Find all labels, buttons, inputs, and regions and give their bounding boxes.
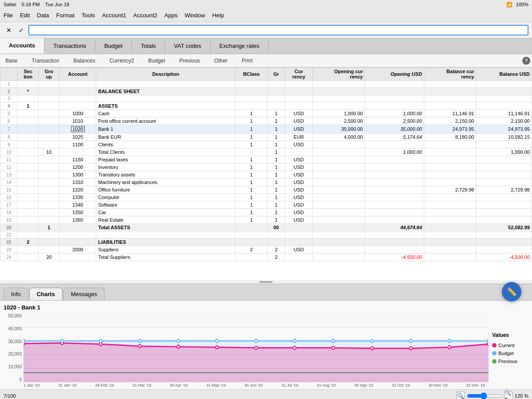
close-btn[interactable]: ✕ bbox=[4, 25, 14, 35]
table-row[interactable]: 61010Post office current account11USD2,5… bbox=[0, 117, 532, 125]
menu-help[interactable]: Help bbox=[212, 12, 224, 19]
edit-fab[interactable]: ✏️ bbox=[502, 282, 521, 301]
subtab-currency2[interactable]: Currency2 bbox=[106, 56, 137, 66]
table-row[interactable]: 181350Car11USD bbox=[0, 209, 532, 216]
cell-section bbox=[18, 194, 39, 201]
cell-opening-cur bbox=[313, 95, 365, 102]
table-row[interactable]: 222LIABILITIES bbox=[0, 239, 532, 246]
cell-gr: 1 bbox=[267, 216, 285, 224]
help-button[interactable]: ? bbox=[522, 57, 530, 65]
cell-section bbox=[18, 141, 39, 149]
tab-exchange-rates[interactable]: Exchange rates bbox=[211, 38, 269, 54]
cell-account bbox=[59, 231, 96, 239]
menu-edit[interactable]: Edit bbox=[20, 12, 30, 19]
zoom-in-btn[interactable]: 🔍+ bbox=[504, 391, 513, 399]
table-row[interactable]: 111150Prepaid taxes11USD bbox=[0, 156, 532, 164]
cell-rownum: 3 bbox=[0, 95, 18, 102]
menu-tools[interactable]: Tools bbox=[82, 12, 95, 19]
cell-opening-usd: 2,500.00 bbox=[365, 117, 424, 125]
table-row[interactable]: 1 bbox=[0, 81, 532, 88]
cell-rownum: 18 bbox=[0, 209, 18, 216]
subtab-base[interactable]: Base bbox=[2, 56, 21, 66]
subtab-balances[interactable]: Balances bbox=[70, 56, 99, 66]
subtab-budget[interactable]: Budget bbox=[145, 56, 168, 66]
cell-account bbox=[59, 81, 96, 88]
cell-bclass: 1 bbox=[235, 179, 268, 186]
table-row[interactable]: 141310Machinery and applicances11USD bbox=[0, 179, 532, 186]
table-row[interactable]: 41ASSETS bbox=[0, 102, 532, 110]
legend-current: Current bbox=[492, 343, 528, 348]
svg-point-11 bbox=[138, 344, 141, 348]
cell-opening-usd: -4,500.00 bbox=[365, 254, 424, 261]
svg-point-31 bbox=[410, 339, 412, 342]
menu-apps[interactable]: Apps bbox=[164, 12, 178, 19]
table-row[interactable]: 3 bbox=[0, 95, 532, 102]
tab-vat-codes[interactable]: VAT codes bbox=[165, 38, 210, 54]
table-row[interactable]: 21 bbox=[0, 231, 532, 239]
zoom-slider[interactable] bbox=[467, 392, 502, 399]
menu-data[interactable]: Data bbox=[37, 12, 49, 19]
cell-gr: 1 bbox=[267, 201, 285, 209]
menu-format[interactable]: Format bbox=[56, 12, 74, 19]
tab-totals[interactable]: Totals bbox=[132, 38, 165, 54]
menu-account1[interactable]: Account1 bbox=[102, 12, 126, 19]
cell-opening-cur bbox=[313, 254, 365, 261]
cell-gr: 1 bbox=[267, 209, 285, 216]
cell-account: 1300 bbox=[59, 171, 96, 179]
tab-messages[interactable]: Messages bbox=[63, 288, 105, 300]
subtab-other[interactable]: Other bbox=[211, 56, 231, 66]
cell-rownum: 12 bbox=[0, 164, 18, 171]
svg-point-14 bbox=[254, 346, 257, 349]
table-row[interactable]: 201Total ASSETS0044,674.6452,582.99 bbox=[0, 224, 532, 231]
cell-desc: Suppliers bbox=[96, 246, 235, 254]
tab-budget[interactable]: Budget bbox=[95, 38, 132, 54]
tab-transactions[interactable]: Transactions bbox=[44, 38, 95, 54]
cell-balance-cur bbox=[424, 194, 476, 201]
cell-desc: Transitory assets bbox=[96, 171, 235, 179]
x-label-sep30: 30 Sep '19 bbox=[354, 383, 373, 387]
tab-charts[interactable]: Charts bbox=[29, 288, 63, 300]
table-row[interactable]: 91100Clients11USD bbox=[0, 141, 532, 149]
cell-opening-usd bbox=[365, 201, 424, 209]
cell-currency bbox=[285, 102, 313, 110]
table-row[interactable]: 51000Cash11USD1,000.001,000.0011,146.911… bbox=[0, 110, 532, 117]
resize-handle[interactable] bbox=[0, 280, 532, 284]
table-row[interactable]: 161330Computer11USD bbox=[0, 194, 532, 201]
table-row[interactable]: 2*BALANCE SHEET bbox=[0, 88, 532, 95]
tab-accounts[interactable]: Accounts bbox=[0, 38, 44, 54]
cell-balance-usd bbox=[476, 246, 532, 254]
menu-window[interactable]: Window bbox=[184, 12, 205, 19]
table-row[interactable]: 1010Total Clients11,000.001,000.00 bbox=[0, 149, 532, 156]
table-row[interactable]: 171340Software11USD bbox=[0, 201, 532, 209]
search-input[interactable]: 1020 bbox=[28, 25, 528, 35]
table-row[interactable]: 131300Transitory assets11USD bbox=[0, 171, 532, 179]
cell-balance-cur bbox=[424, 239, 476, 246]
cell-bclass: 1 bbox=[235, 141, 268, 149]
table-row[interactable]: 232000Suppliers22USD bbox=[0, 246, 532, 254]
check-btn[interactable]: ✓ bbox=[16, 25, 27, 35]
zoom-out-btn[interactable]: 🔍 bbox=[456, 391, 465, 399]
subtab-print[interactable]: Print bbox=[238, 56, 256, 66]
table-row[interactable]: 191360Real Estate11USD bbox=[0, 216, 532, 224]
table-row[interactable]: 2420Total Suppliers2-4,500.00-4,500.00 bbox=[0, 254, 532, 261]
subtab-previous[interactable]: Previous bbox=[176, 56, 203, 66]
cell-currency: USD bbox=[285, 141, 313, 149]
subtab-transaction[interactable]: Transaction bbox=[28, 56, 63, 66]
cell-section: 2 bbox=[18, 239, 39, 246]
svg-point-22 bbox=[61, 339, 63, 342]
menu-account2[interactable]: Account2 bbox=[133, 12, 157, 19]
table-row[interactable]: 81025Bank EUR11EUR4,000.005,174.648,180.… bbox=[0, 133, 532, 141]
cell-desc: Post office current account bbox=[96, 117, 235, 125]
table-row[interactable]: 151320Office furniture11USD2,729.982,729… bbox=[0, 186, 532, 194]
cell-balance-cur: 2,150.00 bbox=[424, 117, 476, 125]
cell-opening-cur bbox=[313, 81, 365, 88]
menu-file[interactable]: File bbox=[4, 12, 13, 19]
cell-bclass bbox=[235, 81, 268, 88]
tab-info[interactable]: Info bbox=[4, 288, 28, 300]
cell-bclass: 1 bbox=[235, 156, 268, 164]
cell-bclass: 1 bbox=[235, 110, 268, 117]
cell-section bbox=[18, 95, 39, 102]
table-row[interactable]: 121200Inventory11USD bbox=[0, 164, 532, 171]
x-label-nov30: 30 Nov '19 bbox=[428, 383, 447, 387]
table-row[interactable]: 71020Bank 111USD35,000.0035,000.0024,973… bbox=[0, 125, 532, 133]
